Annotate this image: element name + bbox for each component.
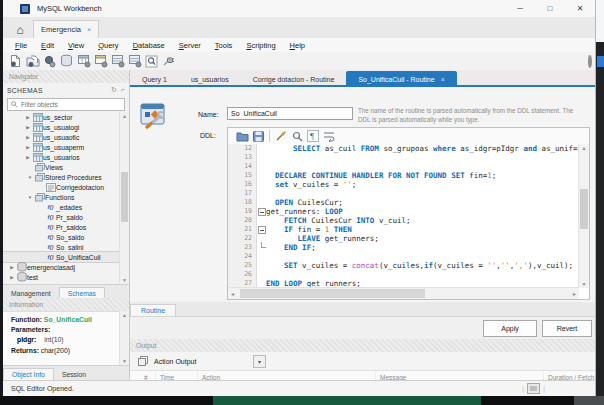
information-scrollbar[interactable]: ▲ ▼: [119, 311, 129, 365]
window-title: MySQL Workbench: [37, 4, 102, 13]
tree-item-so_saldo[interactable]: f()So_saldo: [3, 232, 129, 242]
maximize-button[interactable]: □: [535, 0, 565, 17]
tree-item-us_usuaofic[interactable]: ▶us_usuaofic: [3, 132, 129, 142]
expand-panel-icon[interactable]: ⌐: [121, 86, 125, 94]
fold-marker-icon[interactable]: [257, 243, 266, 252]
scrollbar-thumb[interactable]: [580, 189, 588, 229]
scroll-down-icon[interactable]: ▼: [120, 277, 129, 283]
beautify-icon[interactable]: [273, 130, 289, 143]
function-row: Function: So_UnificaCuil: [11, 316, 129, 323]
reconnect-icon[interactable]: [160, 54, 177, 69]
close-button[interactable]: ✕: [565, 0, 595, 17]
menu-scripting[interactable]: Scripting: [239, 41, 282, 50]
create-function-icon[interactable]: [126, 54, 143, 69]
scroll-down-icon[interactable]: ▼: [579, 281, 589, 287]
tab-corrige-dotacion---routine[interactable]: Corrige dotacion - Routine: [241, 72, 347, 87]
tree-item-_edades[interactable]: f()_edades: [3, 202, 129, 212]
chevron-right-icon[interactable]: ▶: [24, 125, 32, 130]
routine-name-input[interactable]: [227, 107, 353, 120]
tree-item-stored-procedures[interactable]: ▼Stored Procedures: [3, 172, 129, 182]
tree-item-views[interactable]: Views: [3, 162, 129, 172]
tab-query-1[interactable]: Query 1: [130, 72, 179, 87]
scroll-up-icon[interactable]: ▲: [120, 113, 129, 119]
chevron-right-icon[interactable]: ▶: [24, 145, 32, 150]
home-icon[interactable]: ⌂: [7, 21, 33, 38]
chevron-right-icon[interactable]: ▶: [24, 115, 32, 120]
code-line: 17: [228, 189, 579, 198]
preferences-icon[interactable]: [588, 55, 592, 68]
menu-query[interactable]: Query: [91, 41, 125, 50]
tab-emergencia[interactable]: Emergencia ×: [33, 20, 99, 38]
chevron-right-icon[interactable]: ▶: [8, 265, 16, 270]
chevron-right-icon[interactable]: ▶: [24, 135, 32, 140]
tree-scrollbar[interactable]: ▲ ▼: [119, 112, 129, 284]
find-icon[interactable]: [289, 130, 305, 143]
tree-item-pr_saldos[interactable]: f()Pr_saldos: [3, 222, 129, 232]
create-schema-icon[interactable]: [58, 54, 75, 69]
tab-close-icon[interactable]: ×: [441, 76, 445, 83]
tree-item-emergenciasadj[interactable]: ▶emergenciasadj: [3, 262, 129, 272]
scroll-right-icon[interactable]: ►: [570, 288, 579, 299]
menu-view[interactable]: View: [61, 41, 91, 50]
tree-item-so_salini[interactable]: f()So_salini: [3, 242, 129, 252]
tree-item-us_usualogi[interactable]: ▶us_usualogi: [3, 122, 129, 132]
chevron-down-icon[interactable]: ▼: [26, 175, 34, 180]
toggle-left-sidebar-icon[interactable]: [597, 56, 604, 67]
tab-object-info[interactable]: Object Info: [3, 368, 54, 380]
scrollbar-thumb[interactable]: [240, 289, 425, 298]
menu-tools[interactable]: Tools: [208, 41, 240, 50]
tab-routine[interactable]: Routine: [130, 304, 176, 316]
open-script-icon[interactable]: [24, 54, 41, 69]
menu-file[interactable]: File: [8, 41, 34, 50]
save-icon[interactable]: [250, 130, 266, 143]
scroll-down-icon[interactable]: ▼: [120, 358, 129, 364]
panel-toggle-icon[interactable]: [527, 383, 540, 394]
fold-marker-icon[interactable]: [257, 225, 266, 234]
invisibles-icon[interactable]: ¶: [305, 130, 321, 143]
tree-item-us_usuaperm[interactable]: ▶us_usuaperm: [3, 142, 129, 152]
tree-item-so_unificacuil[interactable]: f()So_UnificaCuil: [3, 252, 129, 262]
chevron-right-icon[interactable]: ▶: [8, 275, 16, 280]
menu-server[interactable]: Server: [172, 41, 208, 50]
tree-item-test[interactable]: ▶test: [3, 272, 129, 282]
chevron-down-icon[interactable]: ▼: [26, 195, 34, 200]
ddl-code-editor[interactable]: ¶ 12 SELECT as_cuil FROM so_grupoas wher…: [227, 127, 590, 300]
inspector-icon[interactable]: [41, 54, 58, 69]
apply-button[interactable]: Apply: [483, 320, 537, 337]
new-query-icon[interactable]: [7, 54, 24, 69]
wrap-icon[interactable]: [321, 130, 337, 143]
chevron-down-icon[interactable]: ▾: [253, 355, 266, 368]
scroll-left-icon[interactable]: ◄: [228, 288, 237, 299]
tab-session[interactable]: Session: [54, 369, 94, 380]
editor-vertical-scrollbar[interactable]: ▲ ▼: [578, 144, 589, 288]
document-tab-bar: ⌂ Emergencia ×: [3, 17, 595, 39]
filter-input[interactable]: [21, 101, 121, 108]
tree-item-corrigedotacion[interactable]: Corrigedotacion: [3, 182, 129, 192]
tree-item-pr_saldo[interactable]: f()Pr_saldo: [3, 212, 129, 222]
create-view-icon[interactable]: [92, 54, 109, 69]
menu-database[interactable]: Database: [126, 41, 172, 50]
tab-close-icon[interactable]: ×: [87, 26, 91, 33]
code-area[interactable]: 12 SELECT as_cuil FROM so_grupoas where …: [228, 144, 579, 288]
tree-item-us_usuarios[interactable]: ▶us_usuarios: [3, 152, 129, 162]
menu-help[interactable]: Help: [283, 41, 312, 50]
refresh-schemas-icon[interactable]: ↻: [111, 86, 117, 94]
scroll-up-icon[interactable]: ▲: [579, 145, 589, 151]
revert-button[interactable]: Revert: [542, 320, 592, 337]
output-type-select[interactable]: Action Output ▾: [154, 355, 266, 367]
scrollbar-thumb[interactable]: [121, 172, 128, 222]
menu-edit[interactable]: Edit: [34, 41, 61, 50]
tab-us_usuarios[interactable]: us_usuarios: [179, 72, 241, 87]
search-icon[interactable]: [143, 54, 160, 69]
chevron-right-icon[interactable]: ▶: [24, 155, 32, 160]
tab-so_unificacuil---routine[interactable]: So_UnificaCuil - Routine×: [346, 71, 456, 87]
scroll-up-icon[interactable]: ▲: [120, 312, 129, 318]
fold-marker-icon[interactable]: [257, 207, 266, 216]
tree-item-functions[interactable]: ▼Functions: [3, 192, 129, 202]
tree-item-us_sector[interactable]: ▶us_sector: [3, 112, 129, 122]
editor-horizontal-scrollbar[interactable]: ◄ ►: [228, 287, 579, 299]
minimize-button[interactable]: ─: [505, 0, 535, 17]
open-file-icon[interactable]: [234, 130, 250, 143]
create-procedure-icon[interactable]: [109, 54, 126, 69]
create-table-icon[interactable]: [75, 54, 92, 69]
